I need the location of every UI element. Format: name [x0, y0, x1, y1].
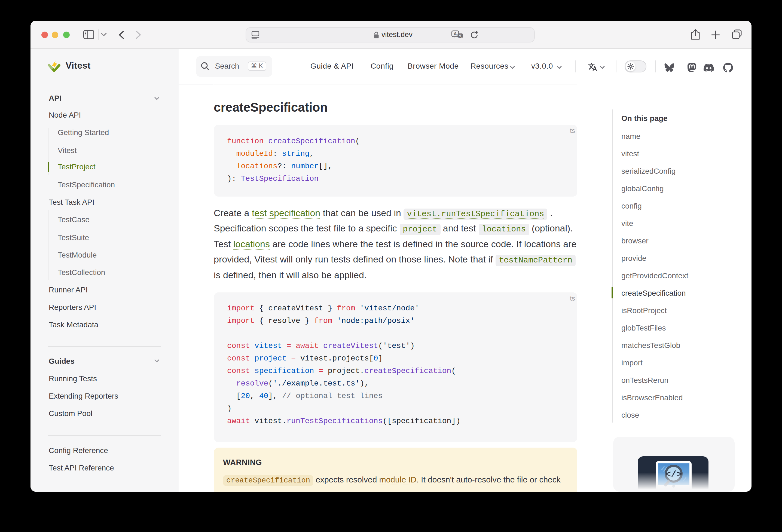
svg-text:A: A — [454, 31, 457, 36]
svg-text:</>: </> — [665, 469, 682, 480]
svg-text:文: 文 — [458, 34, 462, 38]
